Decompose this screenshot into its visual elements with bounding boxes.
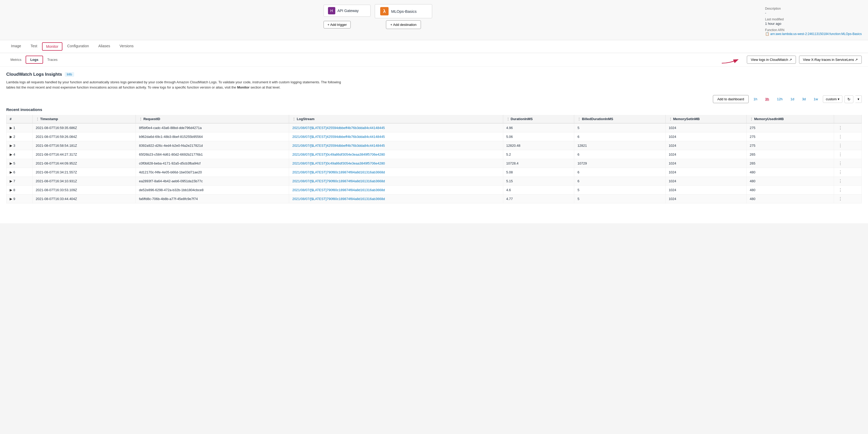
- tab-test[interactable]: Test: [26, 40, 42, 53]
- cell-logstream[interactable]: 2021/08/07/[$LATEST]425594dbbeff4b76b3dd…: [289, 132, 503, 141]
- cell-billed-duration: 12821: [574, 141, 665, 150]
- cell-num: ▶5: [6, 159, 33, 168]
- table-row: ▶7 2021-08-07T16:34:10.931Z ea2893f7-8a6…: [6, 177, 862, 186]
- expand-button[interactable]: ▶: [10, 135, 12, 139]
- time-custom-button[interactable]: custom ▾: [823, 95, 842, 103]
- cell-num: ▶6: [6, 168, 33, 177]
- cell-logstream[interactable]: 2021/08/07/[$LATEST]0c49a86df3054e3eaa38…: [289, 159, 503, 168]
- tab-monitor[interactable]: Monitor: [42, 42, 63, 51]
- tab-aliases[interactable]: Aliases: [94, 40, 115, 53]
- sub-tab-logs[interactable]: Logs: [26, 56, 43, 64]
- cell-billed-duration: 10729: [574, 159, 665, 168]
- cell-more[interactable]: ⋮: [834, 159, 862, 168]
- col-duration[interactable]: ⋮DurationInMS: [503, 115, 574, 123]
- expand-button[interactable]: ▶: [10, 161, 12, 165]
- table-row: ▶8 2021-08-07T16:33:53.109Z de52e896-629…: [6, 186, 862, 194]
- more-button[interactable]: ⋮: [837, 187, 843, 192]
- expand-button[interactable]: ▶: [10, 188, 12, 192]
- cell-logstream[interactable]: 2021/08/07/[$LATEST]425594dbbeff4b76b3dd…: [289, 141, 503, 150]
- cell-logstream[interactable]: 2021/08/07/[$LATEST]790f80c189874f84a8d1…: [289, 168, 503, 177]
- more-button[interactable]: ⋮: [837, 152, 843, 157]
- last-modified-value: 1 hour ago: [765, 22, 862, 26]
- function-arn-value[interactable]: 📋 arn:aws:lambda:us-west-2:246113150184:…: [765, 32, 862, 36]
- cell-billed-duration: 5: [574, 194, 665, 204]
- time-1w-button[interactable]: 1w: [811, 95, 821, 103]
- refresh-dropdown-button[interactable]: ▾: [856, 95, 862, 103]
- cell-timestamp: 2021-08-07T16:44:09.952Z: [32, 159, 135, 168]
- cell-more[interactable]: ⋮: [834, 150, 862, 159]
- time-12h-button[interactable]: 12h: [774, 95, 785, 103]
- cell-more[interactable]: ⋮: [834, 168, 862, 177]
- refresh-button[interactable]: ↻: [844, 95, 854, 103]
- time-3h-button[interactable]: 3h: [762, 95, 772, 103]
- cell-billed-duration: 6: [574, 150, 665, 159]
- function-icon: λ: [380, 7, 389, 16]
- cell-duration: 5.15: [503, 177, 574, 186]
- cell-billed-duration: 5: [574, 123, 665, 132]
- col-logstream[interactable]: ⋮LogStream: [289, 115, 503, 123]
- cell-logstream[interactable]: 2021/08/07/[$LATEST]0c49a86df3054e3eaa38…: [289, 150, 503, 159]
- tab-configuration[interactable]: Configuration: [62, 40, 93, 53]
- cell-logstream[interactable]: 2021/08/07/[$LATEST]790f80c189874f84a8d1…: [289, 194, 503, 204]
- sub-tab-metrics[interactable]: Metrics: [6, 56, 26, 63]
- cell-logstream[interactable]: 2021/08/07/[$LATEST]790f80c189874f84a8d1…: [289, 177, 503, 186]
- col-requestid[interactable]: ⋮RequestID: [136, 115, 289, 123]
- col-memoryset[interactable]: ⋮MemorySetInMB: [665, 115, 746, 123]
- cell-more[interactable]: ⋮: [834, 194, 862, 204]
- cell-more[interactable]: ⋮: [834, 132, 862, 141]
- sub-tab-traces[interactable]: Traces: [43, 56, 62, 63]
- more-button[interactable]: ⋮: [837, 170, 843, 175]
- cell-duration: 5.06: [503, 132, 574, 141]
- more-button[interactable]: ⋮: [837, 161, 843, 166]
- trigger-icon: H: [328, 7, 335, 14]
- col-timestamp[interactable]: ⋮Timestamp: [32, 115, 135, 123]
- cell-more[interactable]: ⋮: [834, 177, 862, 186]
- expand-button[interactable]: ▶: [10, 153, 12, 156]
- right-panel: Description - Last modified 1 hour ago F…: [760, 4, 862, 36]
- more-button[interactable]: ⋮: [837, 196, 843, 202]
- tab-versions[interactable]: Versions: [115, 40, 138, 53]
- add-destination-button[interactable]: + Add destination: [386, 20, 421, 29]
- cell-memory-set: 1024: [665, 141, 746, 150]
- cell-more[interactable]: ⋮: [834, 141, 862, 150]
- cell-timestamp: 2021-08-07T16:44:27.317Z: [32, 150, 135, 159]
- tab-image[interactable]: Image: [6, 40, 26, 53]
- col-actions: [834, 115, 862, 123]
- expand-button[interactable]: ▶: [10, 197, 12, 201]
- sub-tabs-container: Metrics Logs Traces: [6, 56, 62, 64]
- more-button[interactable]: ⋮: [837, 143, 843, 148]
- cell-logstream[interactable]: 2021/08/07/[$LATEST]790f80c189874f84a8d1…: [289, 186, 503, 194]
- cell-requestid: 8f5bf0e4-cadc-43a6-88bd-dde796d4271a: [136, 123, 289, 132]
- table-row: ▶9 2021-08-07T16:33:44.404Z fa6ffd8c-706…: [6, 194, 862, 204]
- time-1h-button[interactable]: 1h: [751, 95, 760, 103]
- cell-timestamp: 2021-08-07T16:34:21.557Z: [32, 168, 135, 177]
- cell-more[interactable]: ⋮: [834, 123, 862, 132]
- col-memoryused[interactable]: ⋮MemoryUsedInMB: [746, 115, 834, 123]
- function-name: MLOps-Basics: [391, 9, 417, 13]
- description-label: Description: [765, 7, 862, 10]
- cell-logstream[interactable]: 2021/08/07/[$LATEST]425594dbbeff4b76b3dd…: [289, 123, 503, 132]
- col-billed[interactable]: ⋮BilledDurationInMS: [574, 115, 665, 123]
- expand-button[interactable]: ▶: [10, 144, 12, 148]
- cell-requestid: fa6ffd8c-706b-4b8b-a77f-45e8fc9e7f74: [136, 194, 289, 204]
- expand-button[interactable]: ▶: [10, 179, 12, 183]
- more-button[interactable]: ⋮: [837, 134, 843, 139]
- view-cloudwatch-button[interactable]: View logs in CloudWatch ↗: [747, 56, 796, 64]
- cell-num: ▶7: [6, 177, 33, 186]
- cell-num: ▶9: [6, 194, 33, 204]
- expand-button[interactable]: ▶: [10, 170, 12, 174]
- table-container: # ⋮Timestamp ⋮RequestID ⋮LogStream ⋮Dura…: [6, 115, 862, 204]
- expand-button[interactable]: ▶: [10, 126, 12, 130]
- more-button[interactable]: ⋮: [837, 179, 843, 184]
- add-to-dashboard-button[interactable]: Add to dashboard: [713, 95, 749, 103]
- invocations-table: # ⋮Timestamp ⋮RequestID ⋮LogStream ⋮Dura…: [6, 115, 862, 204]
- time-3d-button[interactable]: 3d: [799, 95, 808, 103]
- add-trigger-button[interactable]: + Add trigger: [323, 21, 351, 28]
- info-badge[interactable]: Info: [65, 72, 74, 77]
- time-1d-button[interactable]: 1d: [787, 95, 797, 103]
- view-xray-button[interactable]: View X-Ray traces in ServiceLens ↗: [799, 56, 862, 64]
- cell-more[interactable]: ⋮: [834, 186, 862, 194]
- more-button[interactable]: ⋮: [837, 125, 843, 130]
- cell-num: ▶4: [6, 150, 33, 159]
- cell-memory-set: 1024: [665, 150, 746, 159]
